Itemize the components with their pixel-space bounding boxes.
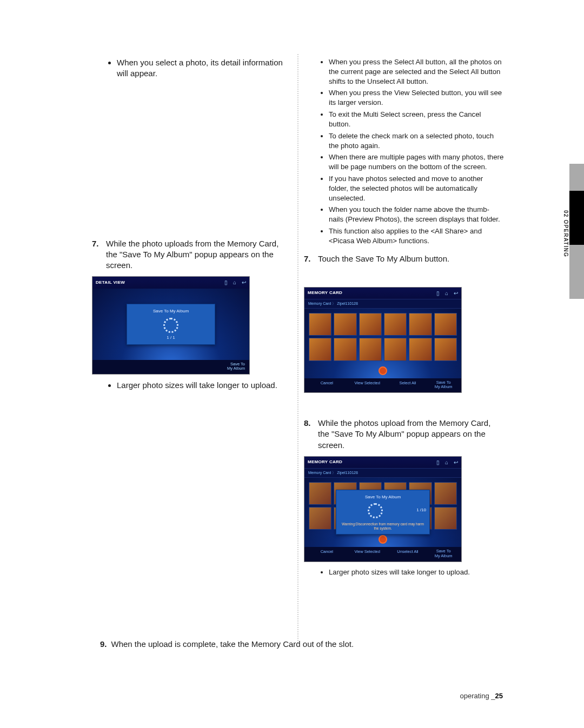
chapter-tab-label: 02 OPERATING [559, 164, 569, 299]
step-text: While the photo uploads from the Memory … [106, 238, 286, 271]
figure-title: MEMORY CARD [308, 290, 342, 296]
photo-thumbnail[interactable] [434, 313, 457, 336]
photo-thumbnail[interactable] [309, 338, 331, 360]
select-all-button[interactable]: Select All [394, 380, 421, 390]
view-selected-button[interactable]: View Selected [354, 549, 381, 558]
step-number: 7. [92, 238, 102, 271]
save-to-my-album-button[interactable]: Save To My Album [435, 549, 453, 558]
right-column: When you press the Select All button, al… [304, 57, 504, 585]
chapter-tab: 02 OPERATING [559, 164, 584, 299]
sd-icon: ▯ [436, 290, 440, 297]
bullet-text: To delete the check mark on a selected p… [329, 131, 504, 151]
photo-thumbnail[interactable] [309, 313, 331, 336]
bullet-text: When you press the Select All button, al… [329, 57, 504, 86]
popup-title: Save To My Album [340, 495, 426, 500]
footer-label: operating _ [460, 692, 495, 700]
home-icon: ⌂ [233, 279, 236, 286]
figure-memory-card-uploading: MEMORY CARD ▯ ⌂ ↩ Memory Card 〉 Zipel110… [304, 456, 504, 562]
page-number: 25 [495, 692, 503, 700]
popup-title: Save To My Album [130, 309, 211, 315]
bullet-text: When there are multiple pages with many … [329, 152, 504, 172]
warning-text: Warning:Disconnection from memory card m… [340, 522, 426, 531]
step-8: 8. While the photos upload from the Memo… [304, 418, 504, 451]
page-indicator[interactable] [379, 535, 387, 544]
popup-progress: 1 /10 [416, 507, 426, 513]
bullet-text: This function also applies to the <All S… [329, 226, 504, 246]
popup-save-to-my-album: Save To My Album 1 /10 Warning:Disconnec… [336, 490, 430, 535]
step-7-left: 7. While the photo uploads from the Memo… [92, 238, 286, 271]
photo-thumbnail[interactable] [359, 313, 382, 336]
popup-save-to-my-album: Save To My Album 1 / 1 [127, 304, 215, 345]
sd-icon: ▯ [436, 459, 440, 466]
photo-thumbnail[interactable] [384, 313, 407, 336]
spinner-icon [163, 318, 178, 333]
home-icon: ⌂ [445, 290, 448, 297]
step-number: 9. [100, 639, 107, 650]
step-number: 7. [304, 253, 314, 264]
save-to-my-album-button[interactable]: Save To My Album [227, 362, 246, 371]
figure-title: DETAIL VIEW [96, 280, 125, 286]
breadcrumb[interactable]: Memory Card 〉 Zipel110128 [304, 299, 461, 308]
bullet-text: To exit the Multi Select screen, press t… [329, 110, 504, 129]
photo-thumbnail[interactable] [359, 338, 382, 360]
step-text: Touch the Save To My Album button. [318, 253, 449, 264]
bullet-text: When you touch the folder name above the… [329, 205, 504, 224]
step-7-right: 7. Touch the Save To My Album button. [304, 253, 504, 264]
cancel-button[interactable]: Cancel [313, 380, 340, 390]
bullet-text: If you have photos selected and move to … [329, 174, 504, 203]
left-column: When you select a photo, its detail info… [92, 57, 286, 585]
back-icon: ↩ [454, 459, 458, 466]
figure-title: MEMORY CARD [308, 459, 342, 465]
spinner-icon [368, 503, 383, 518]
cancel-button[interactable]: Cancel [313, 549, 340, 558]
step-number: 8. [304, 418, 314, 451]
step-text: When the upload is complete, take the Me… [111, 639, 354, 650]
step-text: While the photos upload from the Memory … [318, 418, 504, 451]
breadcrumb[interactable]: Memory Card 〉 Zipel110128 [304, 468, 461, 477]
view-selected-button[interactable]: View Selected [354, 380, 381, 390]
save-to-my-album-button[interactable]: Save To My Album [435, 380, 453, 390]
photo-thumbnail[interactable] [384, 338, 407, 360]
back-icon: ↩ [242, 279, 246, 286]
photo-thumbnail[interactable] [409, 338, 432, 360]
bullet-text: Larger photo sizes will take longer to u… [329, 567, 504, 577]
unselect-all-button[interactable]: Unselect All [394, 549, 421, 558]
photo-thumbnail[interactable] [409, 313, 432, 336]
thumbnail-grid [304, 309, 461, 365]
home-icon: ⌂ [445, 459, 448, 466]
popup-progress: 1 / 1 [130, 335, 211, 341]
figure-memory-card-grid: MEMORY CARD ▯ ⌂ ↩ Memory Card 〉 Zipel110… [304, 287, 504, 393]
photo-thumbnail[interactable] [334, 338, 356, 360]
photo-thumbnail[interactable] [334, 313, 356, 336]
page-indicator[interactable] [379, 366, 387, 375]
page-footer: operating _25 [460, 691, 503, 701]
back-icon: ↩ [454, 290, 458, 297]
figure-detail-view: DETAIL VIEW ▯ ⌂ ↩ Save To My Album 1 / 1 [92, 276, 286, 374]
photo-thumbnail[interactable] [434, 338, 457, 360]
chapter-tab-bars [569, 164, 584, 299]
bullet-text: Larger photo sizes will take longer to u… [117, 380, 286, 391]
bullet-text: When you press the View Selected button,… [329, 88, 504, 108]
bullet-text: When you select a photo, its detail info… [117, 57, 286, 79]
sd-icon: ▯ [224, 279, 228, 286]
step-9: 9. When the upload is complete, take the… [100, 639, 500, 650]
